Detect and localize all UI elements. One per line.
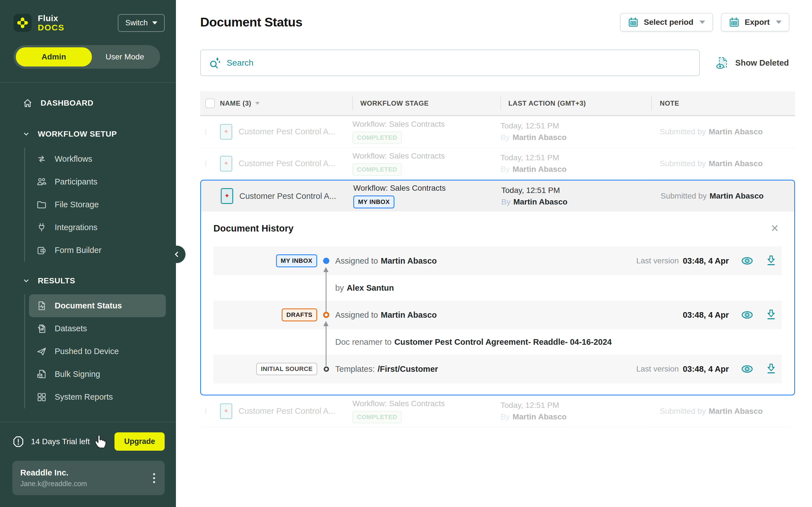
page-title: Document Status: [200, 15, 303, 30]
preview-eye-icon[interactable]: [741, 256, 754, 266]
main-content: Document Status Select period Export: [176, 0, 812, 507]
main-header: Document Status Select period Export: [200, 13, 790, 32]
alert-icon: [12, 436, 24, 448]
stage-badge: COMPLETED: [352, 411, 402, 424]
export-label: Export: [745, 18, 770, 27]
trial-row: 14 Days Trial left Upgrade: [0, 422, 176, 451]
action-user: Martin Abasco: [513, 165, 567, 173]
switch-button[interactable]: Switch: [118, 14, 165, 32]
sidebar-nav: DASHBOARD WORKFLOW SETUP Workflows Parti…: [0, 83, 176, 421]
sidebar-item-bulk-signing[interactable]: Bulk Signing: [29, 363, 166, 386]
download-icon[interactable]: [765, 255, 777, 267]
column-header-last-action[interactable]: LAST ACTION (GMT+3): [500, 91, 651, 115]
workflow-label: Workflow: Sales Contracts: [352, 120, 445, 129]
user-mode-tab[interactable]: User Mode: [92, 47, 158, 66]
account-card[interactable]: Readdle Inc. Jane.k@readdle.com: [12, 461, 165, 495]
history-title: Document History: [213, 223, 294, 234]
search-box[interactable]: [200, 50, 700, 76]
results-group: Document Status Datasets Pushed to Devic…: [24, 294, 166, 408]
sidebar-section-results[interactable]: RESULTS: [0, 269, 166, 293]
mode-toggle: Admin User Mode: [13, 45, 160, 69]
history-events: MY INBOX Assigned toMartin Abasco Last v…: [213, 246, 782, 383]
bulk-signing-icon: [36, 369, 47, 379]
event-time: 03:48, 4 Apr: [683, 311, 729, 320]
note-user: Martin Abasco: [709, 127, 763, 136]
document-name: Customer Pest Control A...: [239, 159, 335, 168]
document-status-label: Document Status: [55, 301, 122, 311]
account-info: Readdle Inc. Jane.k@readdle.com: [20, 468, 87, 488]
trial-text: 14 Days Trial left: [31, 437, 90, 446]
preview-eye-icon[interactable]: [741, 310, 754, 320]
row-checkbox[interactable]: [205, 161, 206, 166]
search-input[interactable]: [227, 58, 650, 68]
event-time: 03:48, 4 Apr: [683, 256, 729, 266]
row-checkbox[interactable]: [205, 408, 206, 414]
sidebar-item-workflows[interactable]: Workflows: [29, 148, 166, 170]
history-event: DRAFTS Assigned toMartin Abasco 03:48, 4…: [213, 300, 782, 329]
document-name: Customer Pest Control A...: [239, 191, 336, 201]
note-user: Martin Abasco: [709, 407, 763, 415]
note-user: Martin Abasco: [709, 159, 763, 168]
event-user: Martin Abasco: [381, 256, 437, 265]
table-row[interactable]: Customer Pest Control A... Workflow: Sal…: [200, 116, 795, 148]
ai-search-icon: [209, 57, 221, 69]
sidebar-section-workflow-setup[interactable]: WORKFLOW SETUP: [0, 122, 166, 146]
results-label: RESULTS: [38, 276, 75, 285]
close-icon[interactable]: ✕: [768, 222, 782, 235]
sidebar-item-file-storage[interactable]: File Storage: [29, 193, 166, 216]
pushed-to-device-label: Pushed to Device: [55, 347, 119, 356]
workflow-label: Workflow: Sales Contracts: [353, 184, 446, 193]
export-button[interactable]: Export: [721, 13, 790, 32]
download-icon[interactable]: [765, 309, 777, 321]
table-row[interactable]: Customer Pest Control A... Workflow: Sal…: [200, 395, 795, 427]
history-stage-badge: DRAFTS: [282, 308, 317, 321]
document-history-panel: Document History ✕ MY INBOX Assigned toM…: [201, 212, 794, 395]
table-row-selected[interactable]: Customer Pest Control A... Workflow: Sal…: [201, 180, 794, 212]
sidebar-item-pushed-to-device[interactable]: Pushed to Device: [29, 340, 166, 363]
sidebar-item-datasets[interactable]: Datasets: [29, 317, 166, 340]
event-time: 03:48, 4 Apr: [683, 364, 729, 374]
timeline-dot: [323, 258, 329, 264]
brand-name: Fluix: [38, 13, 64, 23]
sidebar-item-document-status[interactable]: Document Status: [29, 294, 166, 317]
sidebar-item-form-builder[interactable]: Form Builder: [29, 239, 166, 262]
show-deleted-label: Show Deleted: [735, 58, 789, 68]
select-all-checkbox[interactable]: [205, 99, 215, 108]
timeline-dot: [324, 367, 329, 372]
table-row[interactable]: Customer Pest Control A... Workflow: Sal…: [200, 148, 795, 180]
history-connector-note: byAlex Santun: [213, 275, 782, 300]
sidebar-item-system-reports[interactable]: System Reports: [29, 386, 166, 408]
action-time: Today, 12:51 PM: [500, 121, 651, 130]
documents-table: NAME (3) WORKFLOW STAGE LAST ACTION (GMT…: [200, 91, 795, 427]
fluix-logo-icon: [13, 14, 32, 32]
sidebar-collapse-button[interactable]: [168, 245, 186, 263]
chevron-down-icon: [22, 130, 30, 138]
upgrade-button[interactable]: Upgrade: [114, 432, 165, 451]
column-header-note[interactable]: NOTE: [651, 91, 795, 115]
select-period-button[interactable]: Select period: [620, 13, 713, 32]
column-header-name[interactable]: NAME (3): [220, 91, 352, 115]
stage-badge: COMPLETED: [352, 131, 402, 144]
show-deleted-toggle[interactable]: Show Deleted: [716, 56, 789, 69]
paper-plane-icon: [36, 346, 47, 356]
history-event: INITIAL SOURCE Templates:/First/Customer…: [213, 355, 782, 383]
selected-document-card: Customer Pest Control A... Workflow: Sal…: [200, 180, 795, 395]
pdf-file-icon: [220, 156, 232, 172]
account-email: Jane.k@readdle.com: [20, 480, 87, 488]
sidebar-item-participants[interactable]: Participants: [29, 170, 166, 193]
download-icon[interactable]: [765, 363, 777, 375]
folder-icon: [36, 200, 47, 210]
row-checkbox[interactable]: [205, 129, 206, 135]
chevron-down-icon: [22, 277, 30, 284]
account-menu-icon[interactable]: [151, 471, 157, 485]
timeline-arrow-up: [326, 326, 326, 366]
workflows-label: Workflows: [55, 154, 92, 164]
column-header-workflow-stage[interactable]: WORKFLOW STAGE: [352, 91, 500, 115]
preview-eye-icon[interactable]: [741, 364, 754, 374]
pdf-file-icon: [220, 124, 232, 140]
sidebar-item-integrations[interactable]: Integrations: [29, 216, 166, 239]
history-stage-badge: INITIAL SOURCE: [256, 363, 317, 375]
admin-mode-tab[interactable]: Admin: [16, 47, 92, 66]
calendar-icon: [628, 17, 639, 27]
sidebar-item-dashboard[interactable]: DASHBOARD: [0, 91, 166, 115]
